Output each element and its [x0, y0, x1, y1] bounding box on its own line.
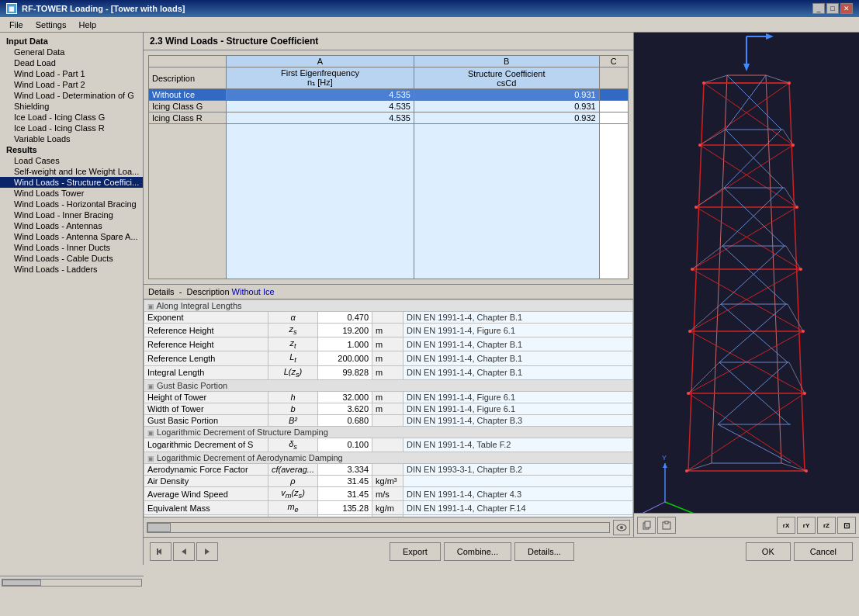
close-button[interactable]: ✕: [840, 3, 853, 14]
cell-desc-0: Without Ice: [149, 89, 227, 101]
empty-1: [149, 124, 227, 279]
sidebar-item-load-cases[interactable]: Load Cases: [0, 155, 143, 166]
scrollbar-thumb-details[interactable]: [147, 523, 171, 532]
main-container: Input Data General Data Dead Load Wind L…: [0, 33, 859, 565]
prev-page-button[interactable]: [150, 542, 171, 561]
col-eigen-subheader: First Eigenfrequencyn₁ [Hz]: [227, 67, 414, 89]
title-bar-controls: _ □ ✕: [812, 3, 853, 14]
sidebar-item-wind-tower[interactable]: Wind Loads Tower: [0, 188, 143, 199]
tower-svg: X Y: [642, 33, 851, 537]
sidebar-item-wind-load-2[interactable]: Wind Load - Part 2: [0, 79, 143, 90]
detail-sym-width-tower: b: [268, 403, 318, 414]
svg-point-80: [795, 206, 798, 209]
group-header-log-struct: ▣ Logarithmic Decrement of Structure Dam…: [144, 426, 633, 438]
detail-sym-integral-length: L(zs): [268, 365, 318, 379]
ry-button[interactable]: rY: [797, 517, 816, 534]
svg-point-79: [694, 206, 698, 209]
rx-button[interactable]: rX: [777, 517, 795, 534]
detail-desc-integral-length: Integral Length: [144, 365, 268, 379]
detail-unit-integral-length: m: [372, 365, 404, 379]
table-row-icing-g[interactable]: Icing Class G 4.535 0.931: [149, 101, 629, 112]
sidebar-item-wind-load-1[interactable]: Wind Load - Part 1: [0, 68, 143, 79]
detail-row-ref-height-zs: Reference Height zs 19.200 m DIN EN 1991…: [144, 324, 633, 337]
sidebar-item-self-weight[interactable]: Self-weight and Ice Weight Loa...: [0, 166, 143, 177]
detail-val-avg-wind: 31.45: [318, 486, 372, 500]
svg-text:Y: Y: [662, 454, 667, 462]
detail-ref-exponent: DIN EN 1991-1-4, Chapter B.1: [404, 312, 633, 324]
svg-marker-95: [182, 549, 186, 555]
detail-val-log-struct: 0.100: [318, 438, 372, 452]
bottom-toolbar: Export Combine... Details... OK Cancel: [144, 537, 859, 565]
svg-point-84: [802, 330, 805, 333]
svg-point-83: [688, 330, 691, 333]
maximize-button[interactable]: □: [826, 3, 839, 14]
sidebar-item-wind-ladders[interactable]: Wind Loads - Ladders: [0, 264, 143, 275]
detail-row-width-tower: Width of Tower b 3.620 m DIN EN 1991-1-4…: [144, 403, 633, 414]
cell-desc-1: Icing Class G: [149, 101, 227, 112]
sidebar-item-wind-horiz-bracing[interactable]: Wind Loads - Horizontal Bracing: [0, 199, 143, 209]
copy-button[interactable]: [637, 517, 656, 534]
svg-rect-94: [157, 549, 158, 555]
detail-sym-log-struct: δs: [268, 438, 318, 452]
ok-button[interactable]: OK: [746, 542, 791, 561]
detail-val-aero-force: 3.334: [318, 463, 372, 475]
menu-help[interactable]: Help: [72, 19, 102, 30]
eye-icon: [616, 524, 627, 531]
sidebar-item-wind-cable-ducts[interactable]: Wind Loads - Cable Ducts: [0, 253, 143, 264]
group-header-integral: ▣ Along Integral Lengths: [144, 300, 633, 312]
sidebar-item-dead-load[interactable]: Dead Load: [0, 57, 143, 68]
sidebar-item-ice-load-g[interactable]: Ice Load - Icing Class G: [0, 112, 143, 123]
cell-coeff-2: 0.932: [414, 112, 599, 124]
menu-file[interactable]: File: [3, 19, 29, 30]
detail-desc-gust-basic: Gust Basic Portion: [144, 414, 268, 426]
detail-sym-ref-height-zs: zs: [268, 324, 318, 337]
middle-panel: 2.3 Wind Loads - Structure Coefficient A…: [144, 33, 634, 537]
sidebar-item-ice-load-r[interactable]: Ice Load - Icing Class R: [0, 123, 143, 133]
table-row-without-ice[interactable]: Without Ice 4.535 0.931: [149, 89, 629, 101]
details-button[interactable]: Details...: [514, 542, 574, 561]
export-button[interactable]: Export: [390, 542, 441, 561]
empty-4: [599, 124, 628, 279]
collapse-icon-gust[interactable]: ▣: [147, 382, 154, 390]
sidebar-item-variable-loads[interactable]: Variable Loads: [0, 133, 143, 144]
scrollbar-track-details[interactable]: [147, 522, 610, 533]
detail-ref-ref-height-zt: DIN EN 1991-1-4, Chapter B.1: [404, 337, 633, 351]
detail-val-exponent: 0.470: [318, 312, 372, 324]
sidebar-item-shielding[interactable]: Shielding: [0, 101, 143, 112]
detail-unit-log-struct: [372, 438, 404, 452]
next-button[interactable]: [196, 542, 218, 561]
detail-sym-avg-wind: vm(zs): [268, 486, 318, 500]
empty-3: [414, 124, 599, 279]
cell-c-1: [599, 101, 628, 112]
col-a-header: A: [227, 56, 414, 67]
details-table-container[interactable]: ▣ Along Integral Lengths Exponent α 0.47…: [144, 299, 633, 517]
menu-settings[interactable]: Settings: [29, 19, 73, 30]
sidebar-item-wind-inner-bracing[interactable]: Wind Load - Inner Bracing: [0, 209, 143, 220]
empty-2: [227, 124, 414, 279]
sidebar-item-general-data[interactable]: General Data: [0, 47, 143, 57]
detail-sym-ref-height-zt: zt: [268, 337, 318, 351]
prev-icon: [155, 546, 166, 557]
prev-button[interactable]: [173, 542, 195, 561]
rz-button[interactable]: rZ: [817, 517, 836, 534]
table-row-icing-r[interactable]: Icing Class R 4.535 0.932: [149, 112, 629, 124]
sidebar-item-wind-antenna-spare[interactable]: Wind Loads - Antenna Spare A...: [0, 231, 143, 242]
detail-row-ref-length: Reference Length Lt 200.000 m DIN EN 199…: [144, 351, 633, 365]
sidebar-item-wind-antennas[interactable]: Wind Loads - Antennas: [0, 220, 143, 231]
collapse-icon-log-struct[interactable]: ▣: [147, 429, 154, 437]
collapse-icon-integral[interactable]: ▣: [147, 303, 154, 310]
reset-view-button[interactable]: ⊡: [837, 517, 856, 534]
eye-button[interactable]: [613, 520, 630, 535]
sidebar-item-wind-inner-ducts[interactable]: Wind Loads - Inner Ducts: [0, 242, 143, 253]
minimize-button[interactable]: _: [812, 3, 825, 14]
sidebar-input-section: Input Data: [0, 36, 143, 47]
sidebar-item-wind-load-det[interactable]: Wind Load - Determination of G: [0, 90, 143, 101]
svg-point-77: [698, 144, 701, 147]
sidebar-item-wind-struct-coeff[interactable]: Wind Loads - Structure Coeffici...: [0, 177, 143, 188]
cancel-button[interactable]: Cancel: [794, 542, 853, 561]
paste-button[interactable]: [657, 517, 676, 534]
combine-button[interactable]: Combine...: [444, 542, 511, 561]
svg-point-78: [791, 144, 795, 147]
structure-coeff-table: A B C Description First Eigenfrequencyn₁…: [148, 55, 629, 279]
collapse-icon-log-aero[interactable]: ▣: [147, 455, 154, 462]
